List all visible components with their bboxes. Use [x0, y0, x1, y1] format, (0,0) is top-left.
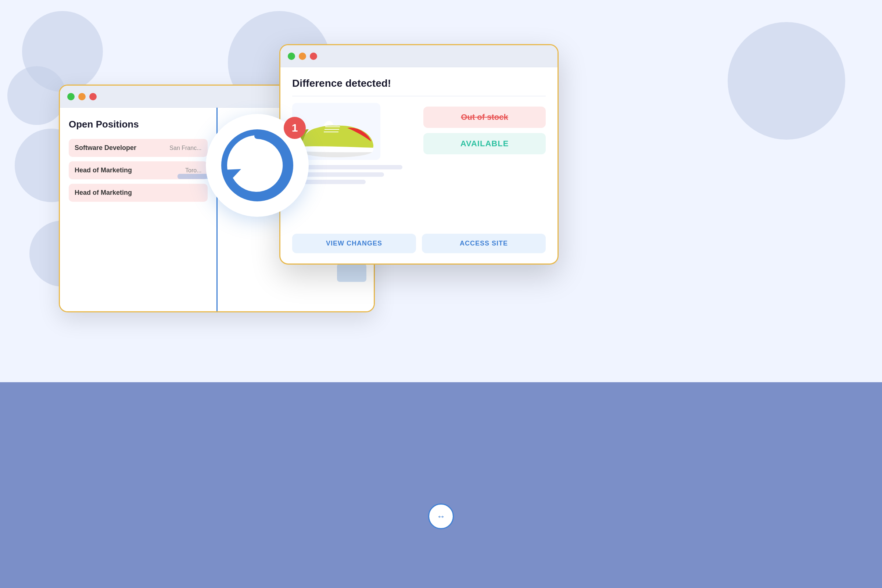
position-title-2: Head of Marketing — [75, 166, 132, 174]
compare-arrows-icon: ↔ — [428, 504, 454, 529]
dot-green — [67, 93, 75, 100]
dot-orange — [78, 93, 86, 100]
difference-window: Difference detected! — [279, 44, 559, 265]
position-location-1: San Franc... — [170, 145, 201, 152]
position-location-2: Toro... — [185, 167, 201, 174]
position-title-3: Head of Marketing — [75, 189, 132, 196]
open-positions-title: Open Positions — [69, 119, 208, 130]
status-area: Out of stock AVAILABLE — [423, 103, 546, 226]
difference-title: Difference detected! — [292, 78, 546, 96]
table-row: Head of Marketing — [69, 184, 208, 202]
refresh-button-container[interactable]: 1 — [206, 114, 309, 217]
notification-badge: 1 — [284, 117, 306, 139]
action-buttons: View Changes AcCEss SITE — [292, 234, 546, 253]
product-image-area — [292, 103, 414, 226]
badge-count: 1 — [292, 122, 298, 134]
footer-divider — [216, 312, 218, 312]
accent-rect-top — [177, 174, 211, 179]
current-label: CURRENT — [60, 312, 216, 312]
dot-red — [89, 93, 97, 100]
arrow-symbol: ↔ — [436, 511, 446, 522]
current-panel: Open Positions Software Developer San Fr… — [60, 108, 218, 311]
diff-body: Out of stock AVAILABLE — [292, 103, 546, 226]
accent-rect — [337, 264, 366, 282]
access-site-button[interactable]: AcCEss SITE — [422, 234, 546, 253]
previous-label: PREVIOUS — [218, 312, 374, 312]
dot-red-right — [310, 52, 317, 60]
titlebar-right — [280, 45, 558, 67]
dot-orange-right — [299, 52, 306, 60]
dot-green-right — [288, 52, 295, 60]
difference-content: Difference detected! — [280, 67, 558, 264]
panel-footer: CURRENT PREVIOUS — [60, 311, 374, 312]
refresh-icon — [220, 129, 294, 202]
bg-circle-5 — [728, 22, 845, 140]
table-row: Software Developer San Franc... — [69, 139, 208, 157]
view-changes-button[interactable]: View Changes — [292, 234, 416, 253]
position-title-1: Software Developer — [75, 144, 136, 152]
available-badge: AVAILABLE — [423, 133, 546, 154]
bg-circle-2 — [8, 66, 66, 125]
out-of-stock-badge: Out of stock — [423, 106, 546, 128]
